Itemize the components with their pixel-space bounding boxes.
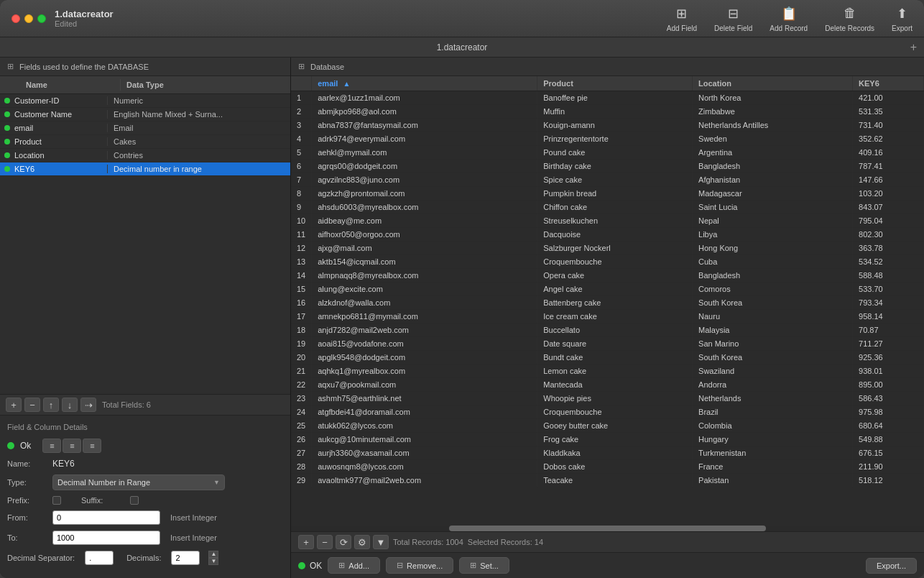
remove-field-row-button[interactable]: − bbox=[24, 398, 40, 412]
table-row[interactable]: 26 aukcg@10minutemail.com Frog cake Hung… bbox=[291, 433, 924, 446]
table-row[interactable]: 28 auwosnqm8@lycos.com Dobos cake France… bbox=[291, 460, 924, 474]
data-table-wrapper[interactable]: email ▲ Product Location KEY6 1 aarlex@1… bbox=[291, 76, 924, 526]
scrollbar-thumb[interactable] bbox=[449, 526, 766, 531]
status-add-button[interactable]: + bbox=[298, 535, 314, 549]
decimals-increment[interactable]: ▲ bbox=[208, 551, 218, 558]
table-row[interactable]: 27 aurjh3360@xasamail.com Kladdkaka Turk… bbox=[291, 446, 924, 460]
table-row[interactable]: 21 aqhkq1@myrealbox.com Lemon cake Swazi… bbox=[291, 364, 924, 378]
align-center-button[interactable]: ≡ bbox=[63, 439, 81, 453]
type-select-chevron: ▼ bbox=[213, 479, 220, 486]
type-select[interactable]: Decimal Number in Range ▼ bbox=[52, 474, 225, 490]
decimal-sep-label: Decimal Separator: bbox=[7, 554, 75, 562]
remove-button[interactable]: ⊟ Remove... bbox=[386, 557, 453, 574]
align-left-button[interactable]: ≡ bbox=[42, 439, 61, 453]
email-cell: aarlex@1uzz1mail.com bbox=[312, 91, 537, 105]
field-dot bbox=[4, 166, 10, 172]
table-row[interactable]: 15 alung@excite.com Angel cake Comoros 5… bbox=[291, 283, 924, 296]
link-button[interactable]: ⇢ bbox=[80, 398, 96, 412]
product-cell: Gooey butter cake bbox=[537, 419, 693, 433]
add-record-button[interactable]: 📋 Add Record bbox=[770, 5, 808, 32]
zoom-button[interactable] bbox=[37, 14, 46, 23]
key6-header[interactable]: KEY6 bbox=[853, 76, 924, 91]
delete-field-button[interactable]: ⊟ Delete Field bbox=[714, 5, 752, 32]
table-row[interactable]: 1 aarlex@1uzz1mail.com Banoffee pie Nort… bbox=[291, 91, 924, 105]
email-header[interactable]: email ▲ bbox=[312, 76, 537, 91]
close-button[interactable] bbox=[11, 14, 20, 23]
decimals-input[interactable] bbox=[171, 551, 200, 565]
suffix-checkbox[interactable] bbox=[130, 496, 139, 505]
table-row[interactable]: 7 agvzilnc883@juno.com Spice cake Afghan… bbox=[291, 173, 924, 187]
location-cell: Libya bbox=[693, 228, 853, 242]
table-row[interactable]: 25 atukk062@lycos.com Gooey butter cake … bbox=[291, 419, 924, 433]
minimize-button[interactable] bbox=[24, 14, 33, 23]
field-row[interactable]: email Email bbox=[0, 121, 290, 135]
field-name: email bbox=[14, 124, 108, 132]
key6-cell: 843.07 bbox=[853, 201, 924, 214]
from-input[interactable] bbox=[52, 510, 160, 525]
move-down-button[interactable]: ↓ bbox=[62, 398, 78, 412]
horizontal-scrollbar[interactable] bbox=[291, 526, 924, 531]
key6-cell: 103.20 bbox=[853, 187, 924, 201]
status-dropdown-button[interactable]: ▼ bbox=[373, 535, 389, 549]
row-number: 13 bbox=[291, 255, 312, 269]
field-row[interactable]: Product Cakes bbox=[0, 135, 290, 149]
delete-records-button[interactable]: 🗑 Delete Records bbox=[825, 5, 874, 32]
table-row[interactable]: 12 ajxg@mail.com Salzburger Nockerl Hong… bbox=[291, 242, 924, 255]
new-tab-button[interactable]: + bbox=[910, 41, 917, 54]
table-row[interactable]: 23 ashmh75@earthlink.net Whoopie pies Ne… bbox=[291, 392, 924, 405]
row-number: 23 bbox=[291, 392, 312, 405]
field-row[interactable]: Customer Name English Name Mixed + Surna… bbox=[0, 108, 290, 121]
table-row[interactable]: 8 agzkzh@prontomail.com Pumpkin bread Ma… bbox=[291, 187, 924, 201]
export-button[interactable]: Export... bbox=[866, 558, 917, 574]
table-row[interactable]: 10 aidbeay@me.com Streuselkuchen Nepal 7… bbox=[291, 214, 924, 228]
email-cell: almpnaqq8@myrealbox.com bbox=[312, 269, 537, 283]
row-number: 16 bbox=[291, 296, 312, 310]
table-row[interactable]: 16 alzkdnof@walla.com Battenberg cake So… bbox=[291, 296, 924, 310]
field-row[interactable]: KEY6 Decimal number in range bbox=[0, 162, 290, 176]
location-header[interactable]: Location bbox=[693, 76, 853, 91]
move-up-button[interactable]: ↑ bbox=[43, 398, 59, 412]
field-row[interactable]: Customer-ID Numeric bbox=[0, 94, 290, 108]
add-field-button[interactable]: ⊞ Add Field bbox=[667, 5, 697, 32]
table-row[interactable]: 20 apglk9548@dodgeit.com Bundt cake Sout… bbox=[291, 351, 924, 364]
database-icon: ⊞ bbox=[298, 62, 305, 71]
decimal-sep-input[interactable] bbox=[85, 551, 114, 565]
table-row[interactable]: 14 almpnaqq8@myrealbox.com Opera cake Ba… bbox=[291, 269, 924, 283]
product-cell: Croquembouche bbox=[537, 255, 693, 269]
status-settings-button[interactable]: ⚙ bbox=[354, 535, 370, 549]
table-row[interactable]: 6 agrqs00@dodgeit.com Birthday cake Bang… bbox=[291, 160, 924, 173]
add-button[interactable]: ⊞ Add... bbox=[328, 557, 380, 574]
status-refresh-button[interactable]: ⟳ bbox=[336, 535, 351, 549]
to-input[interactable] bbox=[52, 531, 160, 545]
table-row[interactable]: 22 aqxu7@pookmail.com Mantecada Andorra … bbox=[291, 378, 924, 392]
status-remove-button[interactable]: − bbox=[317, 535, 333, 549]
product-cell: Kouign-amann bbox=[537, 119, 693, 132]
row-number: 14 bbox=[291, 269, 312, 283]
table-row[interactable]: 13 aktb154@icqmail.com Croquembouche Cub… bbox=[291, 255, 924, 269]
product-cell: Birthday cake bbox=[537, 160, 693, 173]
export-toolbar-button[interactable]: ⬆ Export bbox=[892, 5, 913, 32]
table-row[interactable]: 18 anjd7282@mail2web.com Buccellato Mala… bbox=[291, 324, 924, 337]
table-row[interactable]: 9 ahsdu6003@myrealbox.com Chiffon cake S… bbox=[291, 201, 924, 214]
decimals-decrement[interactable]: ▼ bbox=[208, 558, 218, 565]
table-row[interactable]: 4 adrk974@everymail.com Prinzregententor… bbox=[291, 132, 924, 146]
location-cell: Saint Lucia bbox=[693, 201, 853, 214]
product-header[interactable]: Product bbox=[537, 76, 693, 91]
table-row[interactable]: 3 abna7837@fantasymail.com Kouign-amann … bbox=[291, 119, 924, 132]
prefix-checkbox[interactable] bbox=[52, 496, 61, 505]
table-row[interactable]: 24 atgfbdei41@doramail.com Croquembouche… bbox=[291, 405, 924, 419]
table-row[interactable]: 17 amnekpo6811@mymail.com Ice cream cake… bbox=[291, 310, 924, 324]
email-cell: agrqs00@dodgeit.com bbox=[312, 160, 537, 173]
align-right-button[interactable]: ≡ bbox=[83, 439, 101, 453]
table-row[interactable]: 5 aehkl@mymail.com Pound cake Argentina … bbox=[291, 146, 924, 160]
table-row[interactable]: 29 avaoltmk977@mail2web.com Teacake Paki… bbox=[291, 474, 924, 487]
key6-cell: 533.70 bbox=[853, 283, 924, 296]
email-cell: abna7837@fantasymail.com bbox=[312, 119, 537, 132]
table-row[interactable]: 11 aifhoxr050@orgoo.com Dacquoise Libya … bbox=[291, 228, 924, 242]
table-row[interactable]: 19 aoai815@vodafone.com Date square San … bbox=[291, 337, 924, 351]
table-row[interactable]: 2 abmjkpo968@aol.com Muffin Zimbabwe 531… bbox=[291, 105, 924, 119]
email-cell: auwosnqm8@lycos.com bbox=[312, 460, 537, 474]
field-row[interactable]: Location Contries bbox=[0, 149, 290, 162]
add-field-row-button[interactable]: + bbox=[6, 398, 22, 412]
set-button[interactable]: ⊞ Set... bbox=[459, 557, 509, 574]
